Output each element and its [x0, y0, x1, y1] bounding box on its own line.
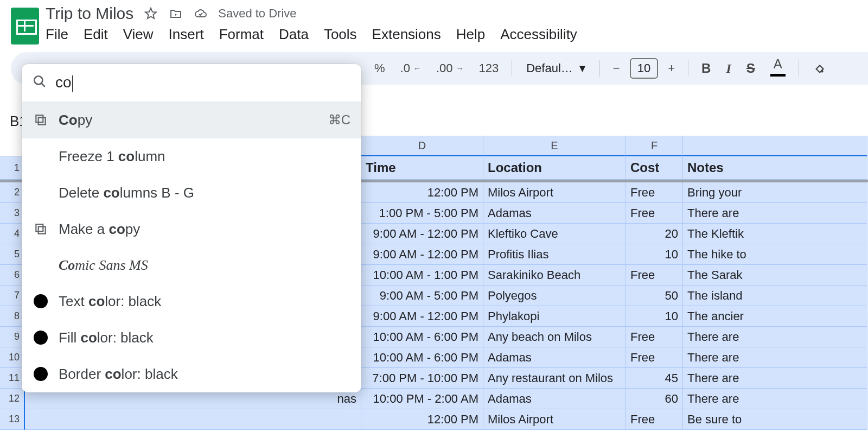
dropdown-item[interactable]: Delete columns B - G — [22, 175, 361, 211]
cell[interactable]: 9:00 AM - 12:00 PM — [361, 244, 483, 265]
cell[interactable]: Any beach on Milos — [483, 327, 626, 347]
menu-file[interactable]: File — [46, 26, 68, 43]
cell[interactable]: Notes — [683, 156, 867, 180]
dropdown-item[interactable]: Fill color: black — [22, 320, 361, 356]
bold-button[interactable]: B — [696, 56, 716, 80]
cell[interactable]: The Sarak — [683, 265, 867, 285]
menu-view[interactable]: View — [123, 26, 154, 43]
font-size-input[interactable]: 10 — [630, 58, 658, 79]
font-size-increase-button[interactable]: + — [662, 56, 680, 80]
column-header-d[interactable]: D — [361, 136, 483, 156]
cell[interactable]: 10 — [626, 306, 683, 327]
row-header[interactable]: 12 — [0, 389, 25, 409]
cell[interactable]: 10:00 PM - 2:00 AM — [361, 389, 483, 409]
dropdown-item-label: Delete columns B - G — [59, 185, 194, 201]
document-title[interactable]: Trip to Milos — [46, 4, 133, 23]
cell[interactable]: Milos Airport — [483, 409, 626, 430]
cell[interactable]: Profitis Ilias — [483, 244, 626, 265]
cell[interactable]: Any restaurant on Milos — [483, 368, 626, 389]
cell[interactable]: Polyegos — [483, 285, 626, 306]
cell[interactable]: The Kleftik — [683, 224, 867, 244]
cell[interactable]: Adamas — [483, 347, 626, 368]
menu-tools[interactable]: Tools — [324, 26, 357, 43]
menu-data[interactable]: Data — [279, 26, 309, 43]
cell[interactable]: 10 — [626, 244, 683, 265]
cell[interactable]: There are — [683, 327, 867, 347]
cell[interactable]: The ancier — [683, 306, 867, 327]
menu-help[interactable]: Help — [456, 26, 485, 43]
cloud-saved-icon[interactable] — [193, 6, 208, 21]
cell[interactable]: 45 — [626, 368, 683, 389]
star-icon[interactable] — [143, 6, 158, 21]
font-size-decrease-button[interactable]: − — [608, 56, 626, 80]
cell[interactable]: There are — [683, 203, 867, 224]
strikethrough-button[interactable]: S — [741, 56, 761, 80]
cell[interactable]: Phylakopi — [483, 306, 626, 327]
italic-button[interactable]: I — [720, 56, 736, 80]
menu-format[interactable]: Format — [219, 26, 264, 43]
dropdown-item-label: Text color: black — [59, 293, 161, 310]
dropdown-item[interactable]: Comic Sans MS — [22, 247, 361, 283]
text-color-button[interactable]: A — [765, 56, 791, 80]
cell[interactable]: 1:00 PM - 5:00 PM — [361, 203, 483, 224]
cell[interactable]: There are — [683, 368, 867, 389]
menu-insert[interactable]: Insert — [169, 26, 204, 43]
cell[interactable]: Milos Airport — [483, 182, 626, 203]
column-header-e[interactable]: E — [483, 136, 626, 156]
cell[interactable]: Bring your — [683, 182, 867, 203]
cell[interactable]: There are — [683, 389, 867, 409]
menu-extensions[interactable]: Extensions — [372, 26, 441, 43]
cell[interactable]: Free — [626, 203, 683, 224]
dropdown-item[interactable]: Freeze 1 column — [22, 138, 361, 175]
move-folder-icon[interactable] — [168, 6, 183, 21]
cell[interactable]: 10:00 AM - 6:00 PM — [361, 347, 483, 368]
cell[interactable]: 20 — [626, 224, 683, 244]
cell[interactable]: 10:00 AM - 1:00 PM — [361, 265, 483, 285]
fill-color-button[interactable] — [807, 56, 832, 80]
row-header[interactable]: 13 — [0, 409, 25, 430]
cell[interactable]: Adamas — [483, 203, 626, 224]
increase-decimal-button[interactable]: .00→ — [431, 56, 469, 80]
cell[interactable]: Free — [626, 327, 683, 347]
dropdown-item[interactable]: Border color: black — [22, 356, 361, 392]
cell[interactable]: 9:00 AM - 5:00 PM — [361, 285, 483, 306]
cell[interactable]: 10:00 AM - 6:00 PM — [361, 327, 483, 347]
more-formats-button[interactable]: 123 — [474, 56, 505, 80]
format-percent-button[interactable]: % — [369, 56, 391, 80]
cell[interactable]: 50 — [626, 285, 683, 306]
cell[interactable]: Free — [626, 182, 683, 203]
cell[interactable]: 7:00 PM - 10:00 PM — [361, 368, 483, 389]
cell[interactable]: Sarakiniko Beach — [483, 265, 626, 285]
dropdown-item[interactable]: Text color: black — [22, 283, 361, 320]
cell[interactable]: Kleftiko Cave — [483, 224, 626, 244]
font-family-dropdown[interactable]: Defaul…▾ — [520, 61, 592, 75]
cell[interactable]: Cost — [626, 156, 683, 180]
svg-point-1 — [34, 77, 42, 85]
cell[interactable]: 60 — [626, 389, 683, 409]
decrease-decimal-button[interactable]: .0← — [395, 56, 426, 80]
cell[interactable]: Location — [483, 156, 626, 180]
cell[interactable]: The island — [683, 285, 867, 306]
cell[interactable]: There are — [683, 347, 867, 368]
cell[interactable]: The hike to — [683, 244, 867, 265]
column-header-f[interactable]: F — [626, 136, 683, 156]
cell[interactable]: Free — [626, 347, 683, 368]
dropdown-item[interactable]: Copy⌘C — [22, 102, 361, 138]
separator — [799, 60, 799, 77]
cell[interactable]: 12:00 PM — [361, 182, 483, 203]
cell[interactable]: Time — [361, 156, 483, 180]
cell[interactable]: Free — [626, 409, 683, 430]
cell[interactable]: Be sure to — [683, 409, 867, 430]
dropdown-item[interactable]: Make a copy — [22, 211, 361, 247]
color-swatch-icon — [33, 294, 49, 308]
cell[interactable]: 9:00 AM - 12:00 PM — [361, 306, 483, 327]
cell[interactable]: 9:00 AM - 12:00 PM — [361, 224, 483, 244]
cell[interactable]: Adamas — [483, 389, 626, 409]
menu-accessibility[interactable]: Accessibility — [500, 26, 577, 43]
cell[interactable]: Free — [626, 265, 683, 285]
column-header-g[interactable] — [683, 136, 867, 156]
menu-edit[interactable]: Edit — [84, 26, 108, 43]
cell[interactable]: 12:00 PM — [361, 409, 483, 430]
search-input[interactable]: co — [55, 74, 350, 92]
cell[interactable] — [25, 409, 361, 430]
